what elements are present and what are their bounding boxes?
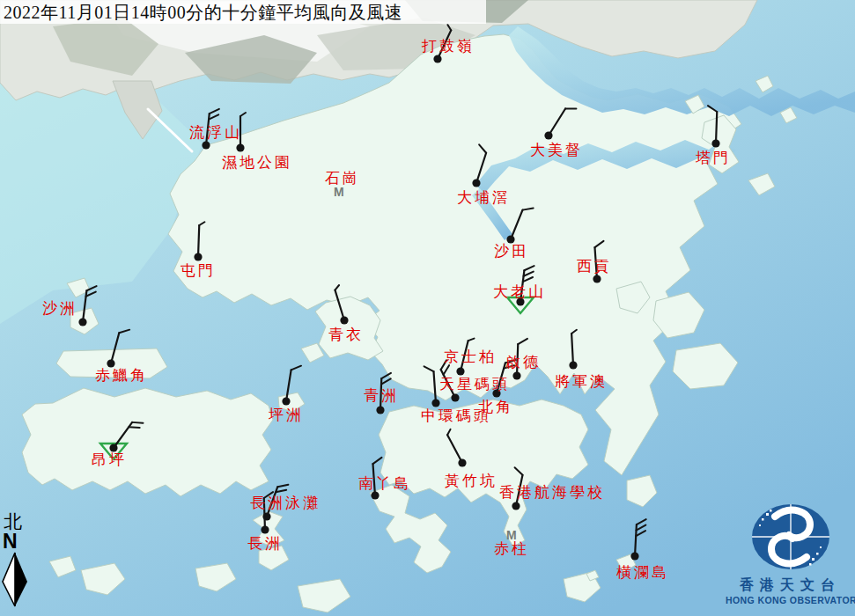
hko-logo-icon [748,502,833,576]
hko-name-english: HONG KONG OBSERVATORY [726,595,855,605]
station-label-wetland-park: 濕地公園 [222,155,292,171]
missing-data-marker-stanley: M [506,528,517,542]
station-label-star-ferry-pier: 天星碼頭 [439,377,510,392]
station-label-ngong-ping: 昂坪 [92,452,127,468]
missing-data-marker-shek-kong: M [334,185,344,199]
hko-name-chinese: 香港天文台 [726,576,855,595]
station-label-north-point: 北角 [478,400,513,415]
north-label-chinese: 北 [4,513,32,532]
map-title: 2022年11月01日14時00分的十分鐘平均風向及風速 [4,1,402,25]
station-label-sai-kung: 西貢 [577,259,612,275]
wind-map-page: 打鼓嶺流浮山濕地公園大埔滘大美督塔門沙田屯門西貢沙洲赤鱲角大老山青衣京士柏啟德將… [0,0,855,616]
station-label-ta-kwu-ling: 打鼓嶺 [422,39,475,55]
station-label-stanley: 赤柱 [494,541,529,557]
station-label-chek-lap-kok: 赤鱲角 [95,368,148,384]
station-label-kings-park: 京士柏 [444,349,497,365]
station-label-lamma-island: 南丫島 [358,476,411,492]
station-label-hk-sea-school: 香港航海學校 [499,485,605,501]
north-compass: 北 N [2,513,32,612]
compass-needle-icon [2,552,30,608]
station-label-lau-fau-shan: 流浮山 [189,125,242,141]
station-label-tates-cairn: 大老山 [493,284,546,300]
station-label-wong-chuk-hang: 黃竹坑 [445,473,498,489]
station-label-tai-po-kau: 大埔滘 [457,190,510,206]
station-label-cheung-chau-beach: 長洲泳灘 [250,495,321,511]
station-label-tai-mei-tuk: 大美督 [530,143,583,158]
hko-logo-block: 香港天文台 HONG KONG OBSERVATORY [726,502,855,605]
station-label-waglan-island: 橫瀾島 [616,565,669,581]
station-label-cheung-chau: 長洲 [247,536,283,552]
station-label-sha-tin: 沙田 [494,244,529,260]
station-label-tap-mun: 塔門 [696,150,731,166]
station-label-tseung-kwan-o: 將軍澳 [555,374,608,390]
station-label-green-island: 青洲 [364,388,399,404]
station-label-peng-chau: 坪洲 [269,407,304,423]
station-label-kai-tak: 啟德 [505,355,541,370]
north-label-letter: N [3,532,32,552]
station-label-tsing-yi: 青衣 [328,327,364,343]
station-label-sha-chau: 沙洲 [42,301,77,317]
station-label-tuen-mun: 屯門 [181,263,216,279]
